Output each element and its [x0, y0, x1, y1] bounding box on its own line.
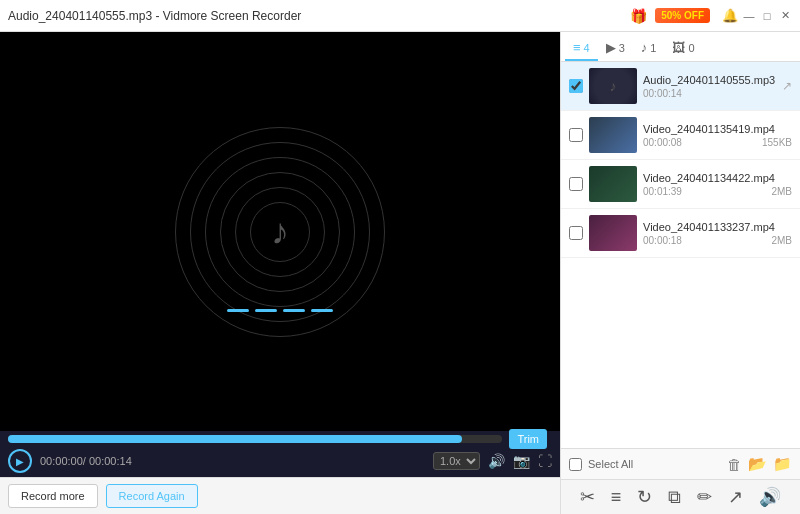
file-meta-2: 00:01:39 2MB: [643, 186, 792, 197]
file-name-3: Video_240401133237.mp4: [643, 221, 792, 233]
fullscreen-icon[interactable]: ⛶: [538, 453, 552, 469]
progress-bar[interactable]: [8, 435, 502, 443]
promo-badge[interactable]: 50% OFF: [655, 8, 710, 23]
file-checkbox-3[interactable]: [569, 226, 583, 240]
tab-all[interactable]: ≡ 4: [565, 36, 598, 61]
list-item[interactable]: Video_240401133237.mp4 00:00:18 2MB: [561, 209, 800, 258]
file-name-2: Video_240401134422.mp4: [643, 172, 792, 184]
file-name-1: Video_240401135419.mp4: [643, 123, 792, 135]
main-container: ♪ Trim ▶ 00:00:00/ 00:00:14: [0, 32, 800, 514]
file-info-2: Video_240401134422.mp4 00:01:39 2MB: [643, 172, 792, 197]
bell-icon[interactable]: 🔔: [722, 8, 738, 23]
file-checkbox-0[interactable]: [569, 79, 583, 93]
tab-image[interactable]: 🖼 0: [664, 36, 702, 61]
time-display: 00:00:00/ 00:00:14: [40, 455, 425, 467]
file-toolbar: Select All 🗑 📂 📁: [561, 448, 800, 479]
trim-button[interactable]: Trim: [509, 429, 547, 449]
select-all-checkbox[interactable]: [569, 458, 582, 471]
list-item[interactable]: Video_240401135419.mp4 00:00:08 155KB: [561, 111, 800, 160]
file-meta-1: 00:00:08 155KB: [643, 137, 792, 148]
video-icon: ▶: [606, 40, 616, 55]
play-button[interactable]: ▶: [8, 449, 32, 473]
player-panel: ♪ Trim ▶ 00:00:00/ 00:00:14: [0, 32, 560, 514]
gift-icon: 🎁: [630, 8, 647, 24]
edit-icon-pen[interactable]: ✏: [697, 486, 712, 508]
progress-dashes: [227, 309, 333, 312]
file-thumbnail-1: [589, 117, 637, 153]
action-bar: Record more Record Again: [0, 477, 560, 514]
file-thumbnail-0: ♪: [589, 68, 637, 104]
progress-fill: [8, 435, 462, 443]
edit-toolbar: ✂ ≡ ↻ ⧉ ✏ ↗ 🔊: [561, 479, 800, 514]
title-bar: Audio_240401140555.mp3 - Vidmore Screen …: [0, 0, 800, 32]
maximize-button[interactable]: □: [760, 9, 774, 23]
tab-video[interactable]: ▶ 3: [598, 36, 633, 61]
file-panel: ≡ 4 ▶ 3 ♪ 1 🖼 0 ♪: [560, 32, 800, 514]
tab-audio[interactable]: ♪ 1: [633, 36, 665, 61]
record-more-button[interactable]: Record more: [8, 484, 98, 508]
file-info-0: Audio_240401140555.mp3 00:00:14: [643, 74, 776, 99]
controls-bar: ▶ 00:00:00/ 00:00:14 1.0x 0.5x 1.5x 2.0x…: [0, 445, 560, 477]
share-icon-0[interactable]: ↗: [782, 79, 792, 93]
file-meta-3: 00:00:18 2MB: [643, 235, 792, 246]
file-thumbnail-3: [589, 215, 637, 251]
file-meta-0: 00:00:14: [643, 88, 776, 99]
speed-select[interactable]: 1.0x 0.5x 1.5x 2.0x: [433, 452, 480, 470]
delete-icon[interactable]: 🗑: [727, 456, 742, 473]
volume-icon[interactable]: 🔊: [488, 453, 505, 469]
sound-icon[interactable]: 🔊: [759, 486, 781, 508]
minimize-button[interactable]: —: [742, 9, 756, 23]
select-all-label: Select All: [588, 458, 721, 470]
music-visual: ♪: [180, 132, 380, 332]
file-checkbox-1[interactable]: [569, 128, 583, 142]
video-area: ♪: [0, 32, 560, 431]
file-info-1: Video_240401135419.mp4 00:00:08 155KB: [643, 123, 792, 148]
refresh-icon[interactable]: ↻: [637, 486, 652, 508]
share-export-icon[interactable]: ↗: [728, 486, 743, 508]
tab-bar: ≡ 4 ▶ 3 ♪ 1 🖼 0: [561, 32, 800, 62]
align-icon[interactable]: ≡: [611, 487, 622, 508]
file-thumbnail-2: [589, 166, 637, 202]
close-button[interactable]: ✕: [778, 9, 792, 23]
list-item[interactable]: Video_240401134422.mp4 00:01:39 2MB: [561, 160, 800, 209]
list-item[interactable]: ♪ Audio_240401140555.mp3 00:00:14 ↗: [561, 62, 800, 111]
record-again-button[interactable]: Record Again: [106, 484, 198, 508]
list-icon: ≡: [573, 40, 581, 55]
image-icon: 🖼: [672, 40, 685, 55]
audio-icon: ♪: [641, 40, 648, 55]
file-checkbox-2[interactable]: [569, 177, 583, 191]
file-list: ♪ Audio_240401140555.mp3 00:00:14 ↗: [561, 62, 800, 448]
cut-icon[interactable]: ✂: [580, 486, 595, 508]
folder-open-icon[interactable]: 📂: [748, 455, 767, 473]
file-name-0: Audio_240401140555.mp3: [643, 74, 776, 86]
music-note-icon: ♪: [271, 211, 289, 253]
copy-icon[interactable]: ⧉: [668, 487, 681, 508]
file-info-3: Video_240401133237.mp4 00:00:18 2MB: [643, 221, 792, 246]
progress-container: Trim: [0, 431, 560, 445]
folder-icon[interactable]: 📁: [773, 455, 792, 473]
camera-icon[interactable]: 📷: [513, 453, 530, 469]
